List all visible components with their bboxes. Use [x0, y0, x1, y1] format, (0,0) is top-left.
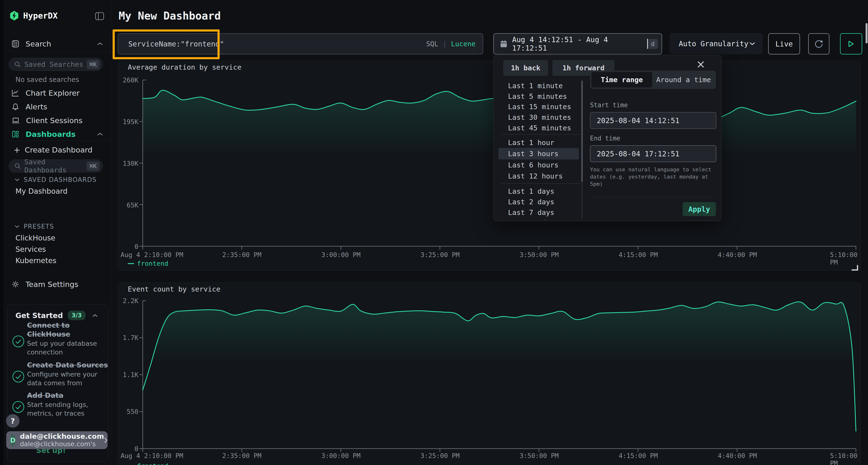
- legend-line-swatch: [128, 263, 134, 264]
- start-time-value: 2025-08-04 14:12:51: [597, 117, 679, 125]
- x-tick-label: 4:40:00 PM: [718, 452, 757, 460]
- y-tick-label: 130K: [117, 160, 138, 167]
- shift-back-button[interactable]: 1h back: [503, 60, 548, 76]
- preset-item[interactable]: Last 1 days: [508, 187, 554, 195]
- y-tick-label: 0: [117, 445, 138, 453]
- chevron-right-icon: [104, 437, 108, 443]
- preset-item[interactable]: Last 15 minutes: [508, 103, 571, 111]
- end-time-value: 2025-08-04 17:12:51: [597, 150, 679, 158]
- x-tick-label: 3:25:00 PM: [421, 452, 460, 460]
- avatar: D: [10, 434, 16, 447]
- x-tick-label: 4:15:00 PM: [619, 452, 658, 460]
- preset-item[interactable]: Last 2 days: [508, 198, 554, 206]
- x-tick-label: 3:50:00 PM: [520, 251, 559, 259]
- preset-item-selected[interactable]: Last 3 hours: [508, 150, 559, 158]
- page-scrollbar-thumb[interactable]: [866, 23, 868, 43]
- natural-language-helper: You can use natural language to select d…: [590, 166, 715, 188]
- y-tick-label: 260K: [117, 76, 138, 84]
- preset-item[interactable]: Last 1 hour: [508, 138, 554, 147]
- start-time-label: Start time: [590, 101, 628, 109]
- preset-item[interactable]: Last 6 hours: [508, 161, 559, 169]
- x-tick-label: 3:00:00 PM: [321, 251, 361, 259]
- x-tick-label: 4:15:00 PM: [619, 251, 658, 259]
- x-tick-label: 3:00:00 PM: [321, 452, 361, 460]
- preset-item[interactable]: Last 1 minute: [508, 82, 563, 90]
- x-tick-label: 5:10:00 PM: [830, 452, 858, 465]
- y-tick-label: 550: [117, 408, 138, 416]
- legend-label: frontend: [137, 462, 168, 465]
- help-button[interactable]: ?: [6, 414, 20, 428]
- preset-item[interactable]: Last 12 hours: [508, 172, 563, 180]
- end-time-label: End time: [590, 135, 620, 142]
- scrollbar-thumb[interactable]: [581, 81, 583, 182]
- chart-title: Average duration by service: [128, 63, 241, 71]
- preset-item[interactable]: Last 5 minutes: [508, 92, 567, 100]
- preset-item[interactable]: Last 45 minutes: [508, 124, 571, 132]
- time-picker-dropdown: 1h back 1h forward × Last 1 minute Last …: [493, 55, 721, 221]
- x-tick-label: 3:25:00 PM: [421, 251, 460, 259]
- x-tick-label: 2:35:00 PM: [222, 452, 261, 460]
- y-tick-label: 1.1K: [117, 371, 138, 378]
- preset-item[interactable]: Last 7 days: [508, 208, 554, 217]
- user-chip[interactable]: D dale@clickhouse.com dale@clickhouse.co…: [6, 431, 107, 449]
- y-tick-label: 0: [117, 243, 138, 250]
- x-tick-label: 2:35:00 PM: [222, 251, 261, 259]
- legend[interactable]: frontend: [128, 260, 168, 267]
- start-time-input[interactable]: 2025-08-04 14:12:51: [590, 112, 716, 129]
- x-tick-label: 4:40:00 PM: [718, 251, 757, 259]
- y-tick-label: 2.2K: [117, 297, 138, 304]
- user-email: dale@clickhouse.com: [20, 432, 104, 440]
- hyperdx-app: HyperDX Search Saved Searches ⌘K No save…: [0, 0, 868, 465]
- tab-around-a-time[interactable]: Around a time: [653, 72, 714, 88]
- x-tick-label: Aug 4 2:10:00 PM: [121, 452, 183, 460]
- x-tick-label: 3:50:00 PM: [520, 452, 559, 460]
- preset-item[interactable]: Last 14 days: [508, 219, 559, 220]
- annotation-highlight-box: [113, 29, 220, 59]
- chart-title: Event count by service: [128, 285, 220, 293]
- list-divider: [501, 134, 580, 135]
- preset-list: Last 1 minute Last 5 minutes Last 15 min…: [494, 80, 581, 220]
- y-tick-label: 65K: [117, 201, 138, 209]
- apply-button[interactable]: Apply: [683, 202, 716, 216]
- x-tick-label: 5:10:00 PM: [830, 251, 858, 266]
- end-time-input[interactable]: 2025-08-04 17:12:51: [590, 145, 716, 162]
- tab-time-range[interactable]: Time range: [591, 72, 652, 88]
- resize-handle[interactable]: [851, 265, 858, 271]
- y-tick-label: 1.7K: [117, 334, 138, 341]
- legend[interactable]: frontend: [128, 462, 168, 465]
- preset-item[interactable]: Last 30 minutes: [508, 113, 571, 122]
- user-org: dale@clickhouse.com's: [20, 440, 104, 448]
- close-icon[interactable]: ×: [696, 59, 706, 70]
- legend-label: frontend: [137, 260, 168, 267]
- x-tick-label: Aug 4 2:10:00 PM: [121, 251, 183, 259]
- y-tick-label: 195K: [117, 118, 138, 126]
